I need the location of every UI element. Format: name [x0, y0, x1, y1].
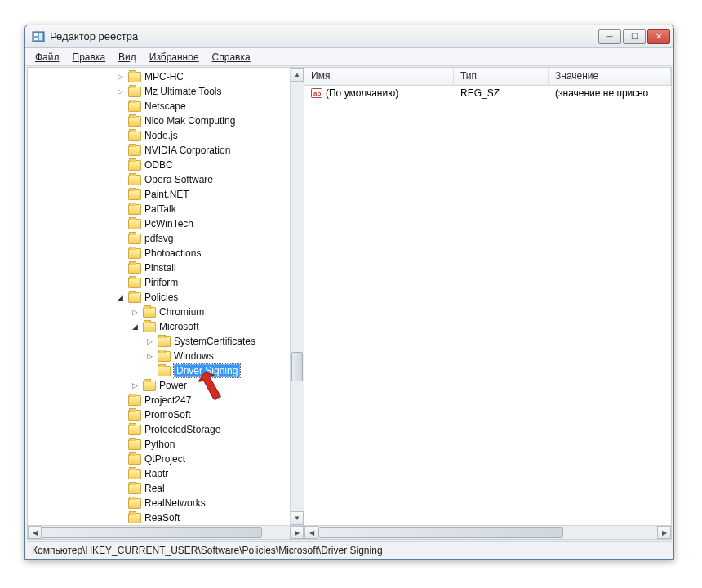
- values-list[interactable]: ab(По умолчанию)REG_SZ(значение не присв…: [304, 86, 671, 525]
- tree-item[interactable]: ▷Nico Mak Computing: [28, 114, 304, 128]
- tree-item-label: ReaSoft: [144, 512, 180, 523]
- svg-rect-3: [39, 33, 42, 40]
- folder-icon: [128, 410, 141, 421]
- tree-item[interactable]: ▷Power: [28, 378, 304, 393]
- column-type[interactable]: Тип: [454, 68, 549, 85]
- expand-icon[interactable]: ▷: [116, 87, 125, 96]
- scroll-track[interactable]: [291, 82, 304, 511]
- tree-item-label-editing[interactable]: Driver Signing: [174, 364, 240, 377]
- value-row[interactable]: ab(По умолчанию)REG_SZ(значение не присв…: [304, 86, 671, 100]
- svg-rect-1: [34, 33, 38, 36]
- tree-item[interactable]: ▷Pinstall: [28, 261, 304, 275]
- tree-item[interactable]: ◢Policies: [28, 290, 304, 305]
- folder-icon: [128, 498, 141, 509]
- expand-icon[interactable]: ▷: [131, 381, 140, 390]
- tree-vscrollbar[interactable]: ▲ ▼: [290, 68, 304, 525]
- tree-item-label: PalTalk: [144, 203, 176, 215]
- tree-item[interactable]: ▷Netscape: [28, 99, 304, 114]
- expand-icon[interactable]: ▷: [131, 308, 140, 317]
- tree-item[interactable]: ▷Chromium: [28, 305, 304, 319]
- tree-item[interactable]: ▷Real: [28, 481, 304, 496]
- scroll-right-button[interactable]: ▶: [657, 526, 671, 539]
- tree-item[interactable]: ▷PcWinTech: [28, 216, 304, 231]
- folder-icon: [128, 395, 141, 406]
- folder-icon: [128, 87, 141, 97]
- tree-item-label: Power: [159, 380, 187, 391]
- tree-item[interactable]: ▷SystemCertificates: [28, 334, 304, 349]
- tree-item-label: NVIDIA Corporation: [144, 145, 230, 156]
- menu-favorites[interactable]: Избранное: [144, 50, 204, 65]
- tree-item[interactable]: ▷Piriform: [28, 275, 304, 290]
- folder-icon: [128, 278, 141, 288]
- scroll-left-button[interactable]: ◀: [28, 526, 42, 539]
- tree-item[interactable]: ▷PromoSoft: [28, 408, 304, 422]
- value-name: (По умолчанию): [326, 87, 398, 99]
- scroll-down-button[interactable]: ▼: [291, 511, 304, 525]
- maximize-button[interactable]: ☐: [623, 29, 646, 44]
- tree-item[interactable]: ▷Project247: [28, 393, 304, 408]
- tree-item[interactable]: ▷Windows: [28, 349, 304, 363]
- scroll-thumb[interactable]: [291, 352, 303, 381]
- scroll-left-button[interactable]: ◀: [304, 526, 318, 539]
- tree-item-label: ProtectedStorage: [144, 424, 220, 435]
- scroll-thumb[interactable]: [318, 527, 563, 538]
- tree-item[interactable]: ▷Driver Signing: [28, 363, 304, 378]
- tree-item[interactable]: ▷ProtectedStorage: [28, 422, 304, 437]
- tree-item-label: Pinstall: [144, 262, 176, 274]
- minimize-button[interactable]: ─: [598, 29, 621, 44]
- tree-item-label: Mz Ultimate Tools: [144, 86, 221, 97]
- expand-icon[interactable]: ▷: [145, 337, 154, 346]
- tree-item[interactable]: ▷NVIDIA Corporation: [28, 143, 304, 158]
- folder-icon: [128, 513, 141, 523]
- tree-item[interactable]: ▷QtProject: [28, 452, 304, 466]
- tree-item[interactable]: ▷pdfsvg: [28, 231, 304, 246]
- column-name[interactable]: Имя: [304, 68, 454, 85]
- folder-icon: [128, 234, 141, 244]
- menu-file[interactable]: Файл: [30, 50, 64, 65]
- tree-item-label: MPC-HC: [144, 71, 184, 82]
- folder-icon: [128, 116, 141, 127]
- tree-hscrollbar[interactable]: ◀ ▶: [28, 525, 304, 539]
- expand-icon[interactable]: ▷: [145, 352, 154, 361]
- registry-tree[interactable]: ▷MPC-HC▷Mz Ultimate Tools▷Netscape▷Nico …: [28, 68, 304, 525]
- menu-edit[interactable]: Правка: [68, 50, 111, 65]
- tree-item[interactable]: ▷ODBC: [28, 158, 304, 172]
- title-bar[interactable]: Редактор реестра ─ ☐ ✕: [25, 25, 673, 48]
- tree-item[interactable]: ◢Microsoft: [28, 319, 304, 334]
- tree-item[interactable]: ▷Photoactions: [28, 246, 304, 261]
- expand-icon[interactable]: ▷: [116, 73, 125, 82]
- column-value[interactable]: Значение: [549, 68, 671, 85]
- tree-item-label: Real: [144, 483, 165, 494]
- tree-item[interactable]: ▷Node.js: [28, 128, 304, 143]
- values-hscrollbar[interactable]: ◀ ▶: [304, 525, 671, 539]
- close-button[interactable]: ✕: [647, 29, 670, 44]
- tree-item[interactable]: ▷Raptr: [28, 466, 304, 481]
- tree-item-label: Opera Software: [144, 174, 213, 185]
- folder-icon: [128, 72, 141, 82]
- tree-item[interactable]: ▷PalTalk: [28, 202, 304, 216]
- collapse-icon[interactable]: ◢: [116, 293, 125, 302]
- tree-item[interactable]: ▷Python: [28, 437, 304, 452]
- menu-view[interactable]: Вид: [113, 50, 141, 65]
- tree-item[interactable]: ▷MPC-HC: [28, 69, 304, 84]
- tree-item-label: Netscape: [144, 100, 186, 112]
- folder-icon: [128, 204, 141, 215]
- registry-editor-window: Редактор реестра ─ ☐ ✕ Файл Правка Вид И…: [24, 24, 674, 560]
- menu-help[interactable]: Справка: [207, 50, 255, 65]
- tree-item-label: Nico Mak Computing: [144, 115, 235, 127]
- folder-icon: [143, 381, 156, 391]
- collapse-icon[interactable]: ◢: [131, 323, 140, 332]
- folder-icon: [158, 351, 171, 362]
- folder-icon: [128, 248, 141, 259]
- tree-item[interactable]: ▷RealNetworks: [28, 496, 304, 510]
- scroll-up-button[interactable]: ▲: [291, 68, 304, 82]
- tree-item[interactable]: ▷Paint.NET: [28, 187, 304, 202]
- tree-item[interactable]: ▷Opera Software: [28, 172, 304, 187]
- tree-item[interactable]: ▷Mz Ultimate Tools: [28, 84, 304, 99]
- tree-item[interactable]: ▷ReaSoft: [28, 510, 304, 525]
- scroll-thumb[interactable]: [42, 527, 262, 538]
- folder-icon: [128, 439, 141, 450]
- values-header: Имя Тип Значение: [304, 68, 671, 86]
- scroll-right-button[interactable]: ▶: [290, 526, 304, 539]
- folder-icon: [128, 263, 141, 274]
